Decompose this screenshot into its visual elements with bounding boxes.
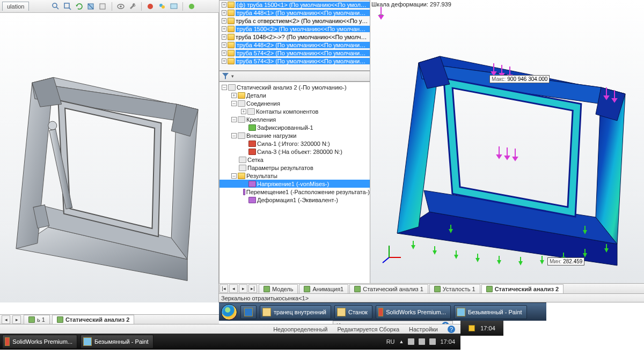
study-item[interactable]: –Результаты: [219, 172, 370, 180]
sheet-tab[interactable]: Статический анализ 1: [349, 284, 428, 293]
funnel-icon[interactable]: [222, 72, 229, 80]
svg-line-45: [383, 257, 389, 263]
tree-node-icon: [238, 92, 245, 99]
tray-flag-icon[interactable]: [408, 338, 414, 345]
study-item[interactable]: Сила-1 (:Итого: 320000 N:): [219, 139, 370, 147]
system-tray[interactable]: RU ▲ 17:04: [386, 338, 458, 345]
svg-marker-22: [62, 104, 158, 232]
study-icon: [264, 286, 270, 292]
study-item[interactable]: –Внешние нагрузки: [219, 131, 370, 139]
tray-volume-icon[interactable]: [429, 338, 436, 345]
tree-node-icon: [248, 181, 256, 187]
callout-max[interactable]: Макс:900 946 304.000: [489, 75, 550, 83]
tab-static-2[interactable]: Статический анализ 2: [52, 315, 134, 324]
clock-tile-detached: 17:04: [460, 321, 503, 336]
tab-nav-next-icon[interactable]: ▸: [12, 315, 21, 324]
zoom-area-icon[interactable]: [63, 2, 72, 11]
scene-icon[interactable]: [170, 2, 178, 11]
taskbar-button[interactable]: Станок: [334, 305, 372, 319]
taskbar-button[interactable]: транец внутренний: [260, 305, 331, 319]
sheet-tab[interactable]: Модель: [259, 284, 298, 293]
start-button[interactable]: [221, 304, 237, 320]
tree-node-icon: [248, 149, 256, 155]
tray-up-icon[interactable]: ▲: [399, 339, 404, 344]
study-item[interactable]: Деформация1 (-Эквивалент-): [219, 196, 370, 204]
tab-nav-last-icon[interactable]: ▸|: [248, 284, 257, 293]
status-settings[interactable]: Настройки: [409, 326, 438, 333]
tray-network-icon[interactable]: [419, 338, 425, 345]
study-item[interactable]: +Контакты компонентов: [219, 107, 370, 115]
study-item[interactable]: Зафиксированный-1: [219, 123, 370, 131]
tree-node-icon: [248, 197, 256, 203]
expand-icon[interactable]: –: [231, 117, 237, 122]
expand-icon[interactable]: +: [222, 2, 226, 8]
expand-icon[interactable]: +: [222, 18, 226, 24]
taskbar-app-icon: [262, 308, 271, 316]
simulation-viewport[interactable]: Шкала деформации: 297.939: [370, 0, 644, 284]
warning-icon: [469, 325, 475, 331]
model-viewport-left[interactable]: [0, 13, 219, 302]
expand-icon[interactable]: +: [222, 26, 226, 32]
study-item[interactable]: Напряжение1 (-vonMises-): [219, 180, 370, 188]
render-icon[interactable]: [187, 2, 196, 11]
callout-min[interactable]: Мин:282.459: [547, 257, 584, 265]
tab-generic[interactable]: ь 1: [24, 315, 50, 324]
study-item[interactable]: Параметры результатов: [219, 164, 370, 172]
taskbar-pin-browser[interactable]: [240, 305, 257, 319]
tree-node-icon: [243, 189, 245, 195]
taskbar-button[interactable]: SolidWorks Premium...: [2, 335, 77, 349]
study-icon: [486, 286, 493, 292]
taskbar-button[interactable]: SolidWorks Premium...: [376, 305, 451, 319]
motion-study-tabs: |◂ ◂ ▸ ▸| МодельАнимация1Статический ана…: [219, 283, 644, 294]
zoom-fit-icon[interactable]: [52, 2, 60, 11]
rotate-icon[interactable]: [75, 2, 84, 11]
wrench-icon[interactable]: [128, 2, 137, 11]
ribbon-tab-simulation[interactable]: ulation: [2, 2, 29, 11]
study-icon: [354, 286, 361, 292]
simulation-study-tree[interactable]: –Статический анализ 2 (-По умолчанию-) +…: [219, 82, 370, 284]
tray-lang[interactable]: RU: [386, 338, 395, 345]
expand-icon[interactable]: +: [222, 50, 226, 56]
expand-icon[interactable]: +: [222, 42, 226, 48]
hide-show-icon[interactable]: [116, 2, 125, 11]
help-icon[interactable]: ?: [448, 326, 455, 333]
study-item[interactable]: –Крепления: [219, 115, 370, 123]
tree-filter-bar[interactable]: ▾: [219, 71, 370, 82]
tab-nav-first-icon[interactable]: |◂: [219, 284, 228, 293]
tree-node-icon: [238, 100, 245, 107]
section-view-icon[interactable]: [87, 2, 96, 11]
study-item[interactable]: Перемещение1 (-Расположение результата-): [219, 188, 370, 196]
study-item[interactable]: –Соединения: [219, 99, 370, 107]
taskbar-app-icon: [5, 337, 10, 346]
study-root[interactable]: –Статический анализ 2 (-По умолчанию-): [219, 83, 370, 91]
tab-nav-next-icon[interactable]: ▸: [239, 284, 247, 293]
svg-rect-2: [64, 3, 69, 8]
taskbar-button[interactable]: Безымянный - Paint: [454, 305, 527, 319]
svg-point-14: [189, 4, 194, 9]
tree-row: +труба с отверстием<2> (По умолчанию<<По…: [219, 17, 370, 25]
study-item[interactable]: +Детали: [219, 91, 370, 99]
expand-icon[interactable]: –: [231, 133, 237, 138]
expand-icon[interactable]: –: [231, 173, 237, 179]
collapse-icon[interactable]: –: [222, 85, 227, 90]
tab-nav-prev-icon[interactable]: ◂: [2, 315, 10, 324]
display-style-icon[interactable]: [99, 2, 107, 11]
expand-icon[interactable]: +: [241, 109, 246, 114]
taskbar-button[interactable]: Безымянный - Paint: [80, 335, 153, 349]
svg-line-1: [56, 7, 58, 9]
appearance-red-icon[interactable]: [146, 2, 155, 11]
expand-icon[interactable]: +: [222, 58, 226, 64]
study-item[interactable]: Сила-3 (:На объект: 280000 N:): [219, 147, 370, 156]
expand-icon[interactable]: +: [222, 34, 226, 40]
study-item[interactable]: Сетка: [219, 156, 370, 164]
tray-clock[interactable]: 17:04: [440, 338, 455, 345]
expand-icon[interactable]: +: [222, 10, 226, 16]
appearance-multi-icon[interactable]: [158, 2, 166, 11]
expand-icon[interactable]: +: [231, 93, 237, 98]
sheet-tab[interactable]: Статический анализ 2: [481, 284, 564, 293]
sheet-tab[interactable]: Анимация1: [299, 284, 348, 293]
expand-icon[interactable]: –: [231, 101, 237, 106]
tab-nav-prev-icon[interactable]: ◂: [229, 284, 238, 293]
sheet-tab[interactable]: Усталость 1: [429, 284, 480, 293]
feature-tree-panel[interactable]: +(ф) труба 1500<1> (По умолчанию<<По умо…: [219, 0, 370, 71]
